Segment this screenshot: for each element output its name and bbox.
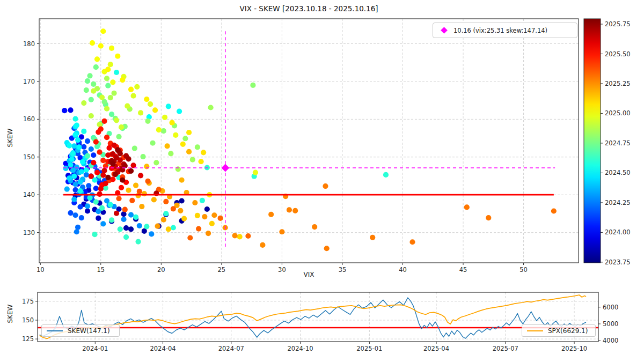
scatter-point [161, 128, 166, 134]
scatter-point [100, 221, 106, 226]
scatter-point [86, 183, 91, 188]
scatter-point [186, 149, 192, 154]
scatter-point [171, 206, 176, 211]
scatter-point [323, 183, 328, 189]
scatter-point [89, 113, 94, 119]
scatter-point [173, 132, 178, 138]
scatter-point [409, 239, 415, 245]
scatter-point [71, 197, 77, 202]
scatter-point [90, 40, 95, 46]
scatter-point [105, 152, 111, 158]
colorbar-tick-label: 2025.00 [605, 109, 631, 117]
scatter-point [101, 119, 107, 124]
scatter-point [110, 176, 115, 182]
scatter-point [135, 239, 141, 244]
scatter-point [196, 226, 201, 232]
scatter-point [150, 141, 155, 146]
scatter-point [93, 186, 99, 191]
scatter-point [100, 158, 106, 163]
scatter-point [201, 150, 206, 155]
scatter-point [123, 225, 129, 231]
scatter-point [551, 208, 557, 213]
scatter-point [85, 153, 90, 159]
legend-highlight-label: 10.16 (vix:25.31 skew:147.14) [453, 27, 547, 34]
scatter-point [177, 108, 182, 114]
scatter-point [464, 204, 470, 210]
skew-legend: SKEW(147.1) [41, 324, 120, 337]
scatter-point [125, 104, 130, 109]
scatter-point [486, 215, 491, 220]
y-tick-label: 140 [23, 191, 35, 198]
scatter-point [218, 216, 223, 221]
scatter-point [208, 105, 214, 110]
scatter-point [128, 168, 134, 174]
y-tick-label: 160 [23, 115, 35, 123]
scatter-point [163, 199, 169, 204]
scatter-point [312, 224, 317, 230]
scatter-point [120, 178, 125, 183]
scatter-point [187, 235, 193, 240]
scatter-point [70, 151, 76, 157]
scatter-point [91, 82, 96, 87]
ts-x-tick-label: 2024-10 [288, 345, 313, 352]
scatter-point [253, 170, 258, 175]
scatter-point [91, 152, 96, 158]
scatter-point [93, 200, 99, 205]
legend-diamond-icon [441, 27, 448, 34]
scatter-point [175, 166, 181, 172]
y-tick-label: 150 [23, 153, 35, 161]
scatter-point [151, 197, 157, 202]
ts-y-tick-label: 150 [22, 316, 34, 324]
scatter-point [85, 78, 90, 84]
scatter-point [68, 162, 73, 167]
scatter-point [84, 172, 89, 178]
timeseries-y-axis-label: SKEW [6, 300, 14, 328]
scatter-point [179, 178, 184, 183]
scatter-point [111, 143, 116, 148]
scatter-point [156, 127, 162, 132]
scatter-point [93, 139, 99, 145]
scatter-point [81, 129, 86, 134]
scatter-point [153, 160, 159, 165]
scatter-point [100, 28, 106, 34]
scatter-point [96, 216, 101, 221]
scatter-point [199, 159, 204, 164]
scatter-point [96, 129, 101, 135]
scatter-point [72, 181, 78, 187]
scatter-point [138, 110, 143, 115]
scatter-point [114, 70, 119, 75]
scatter-point [111, 91, 116, 96]
y-tick-label: 130 [23, 229, 35, 237]
scatter-point [133, 215, 138, 220]
scatter-point [91, 160, 96, 165]
scatter-point [68, 107, 73, 113]
colorbar-tick-label: 2024.50 [605, 169, 631, 176]
scatter-point [98, 43, 104, 49]
scatter-point [84, 87, 89, 93]
scatter-point [206, 231, 211, 236]
scatter-point [204, 206, 210, 212]
scatter-point [77, 179, 83, 184]
y-tick-label: 170 [23, 78, 35, 85]
scatter-point [81, 144, 86, 150]
colorbar-tick-label: 2025.75 [605, 20, 631, 28]
scatter-point [104, 106, 109, 112]
skew-line-sample-icon [47, 330, 63, 331]
scatter-point [113, 172, 118, 177]
scatter-point [161, 217, 166, 223]
scatter-point [115, 147, 120, 152]
scatter-point [145, 119, 150, 124]
scatter-point [133, 183, 138, 188]
scatter-point [109, 112, 114, 117]
scatter-point [190, 157, 195, 162]
scatter-point [162, 115, 167, 120]
scatter-point [148, 101, 153, 107]
scatter-point [62, 108, 67, 113]
scatter-point [89, 174, 94, 179]
scatter-point [171, 225, 176, 230]
scatter-point [169, 120, 174, 125]
scatter-point [109, 46, 114, 51]
scatter-point [105, 175, 111, 180]
ts-x-tick-label: 2025-10 [561, 345, 587, 352]
scatter-point [87, 195, 92, 201]
